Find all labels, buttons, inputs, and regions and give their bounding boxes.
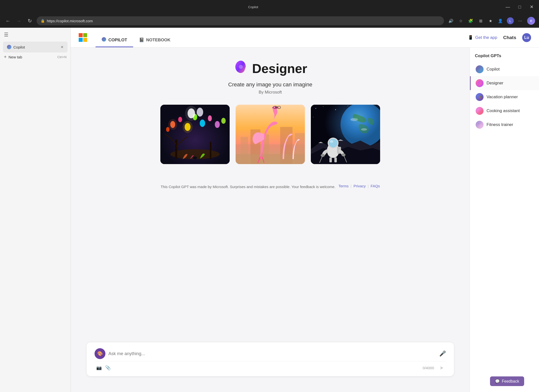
footer-main-text: This Copilot GPT was made by Microsoft. … — [161, 185, 336, 189]
split-screen-icon[interactable]: ⊞ — [477, 17, 485, 25]
read-aloud-icon[interactable]: 🔊 — [447, 17, 455, 25]
designer-title: Designer — [252, 61, 307, 76]
collections-icon[interactable]: 👤 — [496, 17, 504, 25]
favorites-icon[interactable]: ☆ — [457, 17, 465, 25]
svg-point-14 — [221, 118, 226, 124]
gpt-cooking-icon — [476, 107, 484, 115]
camera-button[interactable]: 📷 — [95, 363, 103, 372]
get-app-icon: 📱 — [468, 35, 473, 40]
gpt-cooking-name: Cooking assistant — [487, 108, 520, 113]
gallery-image-1 — [160, 105, 230, 164]
gpt-item-designer[interactable]: Designer — [470, 76, 539, 90]
svg-point-10 — [200, 120, 205, 127]
notebook-tab-icon: 📓 — [139, 37, 144, 43]
svg-point-13 — [166, 127, 170, 132]
close-button[interactable]: ✕ — [528, 3, 535, 10]
gpt-designer-name: Designer — [487, 81, 503, 86]
notebook-tab-label: NOTEBOOK — [146, 38, 171, 43]
attach-button[interactable]: 📎 — [103, 363, 112, 372]
chats-label: Chats — [503, 35, 516, 40]
privacy-link[interactable]: Privacy — [354, 184, 366, 188]
svg-text:🌴: 🌴 — [478, 96, 482, 99]
svg-point-12 — [215, 121, 220, 128]
svg-point-30 — [275, 107, 277, 108]
designer-subtitle: Create any image you can imagine — [228, 81, 312, 88]
svg-point-58 — [329, 139, 338, 147]
gpt-item-fitness[interactable]: Fitness trainer — [470, 118, 539, 132]
profile-icon[interactable]: L — [506, 17, 514, 25]
maximize-button[interactable]: □ — [516, 3, 523, 10]
svg-point-50 — [361, 128, 367, 131]
gallery-image-2 — [236, 105, 305, 164]
new-tab-sidebar-button[interactable]: + New tab Ctrl+N — [0, 52, 71, 62]
get-app-label: Get the app — [475, 35, 497, 40]
svg-point-11 — [208, 115, 212, 121]
svg-point-1 — [239, 65, 243, 69]
sidebar-tab-close[interactable]: ✕ — [61, 45, 64, 49]
chat-input-section: 🎨 🎤 📷 📎 0/4000 ➤ — [71, 338, 470, 392]
svg-point-46 — [313, 117, 314, 117]
content-layout: Designer Create any image you can imagin… — [71, 48, 539, 392]
gpt-item-vacation[interactable]: 🌴 Vacation planner — [470, 90, 539, 104]
svg-point-39 — [316, 108, 316, 109]
forward-button[interactable]: → — [15, 17, 23, 25]
sep-1: | — [351, 184, 352, 188]
chat-input[interactable] — [108, 351, 436, 356]
feedback-label: Feedback — [502, 379, 519, 384]
sidebar-tab-item[interactable]: Copilot ✕ — [3, 42, 68, 52]
sidebar-header: ☰ — [0, 28, 71, 42]
svg-point-16 — [197, 108, 203, 117]
send-button[interactable]: ➤ — [437, 363, 446, 372]
mic-button[interactable]: 🎤 — [439, 350, 446, 357]
svg-rect-5 — [210, 142, 211, 159]
header-right: 📱 Get the app Chats Lu — [468, 33, 531, 42]
image-gallery — [160, 105, 380, 164]
extensions-icon[interactable]: 🧩 — [467, 17, 475, 25]
minimize-button[interactable]: — — [504, 3, 511, 10]
edge-icon[interactable]: e — [527, 17, 535, 25]
svg-point-0 — [102, 37, 106, 42]
svg-point-40 — [323, 106, 323, 107]
chat-avatar: 🎨 — [95, 348, 105, 359]
nav-tabs: COPILOT 📓 NOTEBOOK — [96, 28, 176, 47]
gpt-item-cooking[interactable]: Cooking assistant — [470, 104, 539, 118]
user-avatar[interactable]: Lu — [522, 33, 531, 42]
gpt-vacation-icon: 🌴 — [476, 93, 484, 101]
gpt-designer-icon — [476, 79, 484, 87]
copilot-tab-icon — [101, 37, 106, 43]
sidebar-tab-favicon — [7, 45, 11, 49]
chat-toolbar: 📷 📎 0/4000 ➤ — [95, 361, 446, 372]
gpt-copilot-icon — [476, 65, 484, 73]
address-bar-row: ← → ↻ 🔒 https://copilot.microsoft.com 🔊 … — [0, 14, 539, 28]
svg-rect-63 — [334, 157, 337, 162]
get-app-button[interactable]: 📱 Get the app — [468, 35, 497, 40]
feedback-button[interactable]: 💬 Feedback — [490, 376, 524, 386]
svg-point-31 — [276, 107, 276, 107]
faqs-link[interactable]: FAQs — [371, 184, 380, 188]
gpt-item-copilot[interactable]: Copilot — [470, 62, 539, 76]
copilot-header: COPILOT 📓 NOTEBOOK 📱 Get the app Chats L… — [71, 28, 539, 48]
sidebar-tab-title: Copilot — [13, 45, 25, 49]
new-tab-shortcut: Ctrl+N — [57, 55, 67, 59]
svg-point-66 — [477, 67, 482, 72]
reload-button[interactable]: ↻ — [26, 17, 34, 25]
chat-input-area: 🎨 🎤 📷 📎 0/4000 ➤ — [87, 342, 454, 376]
tab-copilot[interactable]: COPILOT — [96, 33, 133, 47]
svg-point-17 — [168, 119, 177, 130]
main-content: Designer Create any image you can imagin… — [71, 48, 470, 392]
sep-2: | — [368, 184, 369, 188]
collapse-sidebar-icon[interactable]: ☰ — [4, 32, 8, 38]
terms-link[interactable]: Terms — [339, 184, 349, 188]
svg-rect-28 — [236, 154, 305, 164]
more-options-icon[interactable]: ⋯ — [516, 17, 524, 25]
svg-point-20 — [193, 156, 197, 159]
svg-rect-62 — [329, 157, 332, 162]
favorites-bar-icon[interactable]: ★ — [487, 17, 494, 25]
tab-notebook[interactable]: 📓 NOTEBOOK — [133, 33, 176, 47]
gpt-copilot-name: Copilot — [487, 67, 500, 72]
back-button[interactable]: ← — [4, 17, 12, 25]
title-bar: Copilot — □ ✕ — [0, 0, 539, 14]
svg-point-70 — [477, 122, 482, 127]
svg-point-49 — [350, 118, 358, 121]
address-input[interactable]: 🔒 https://copilot.microsoft.com — [37, 16, 444, 25]
